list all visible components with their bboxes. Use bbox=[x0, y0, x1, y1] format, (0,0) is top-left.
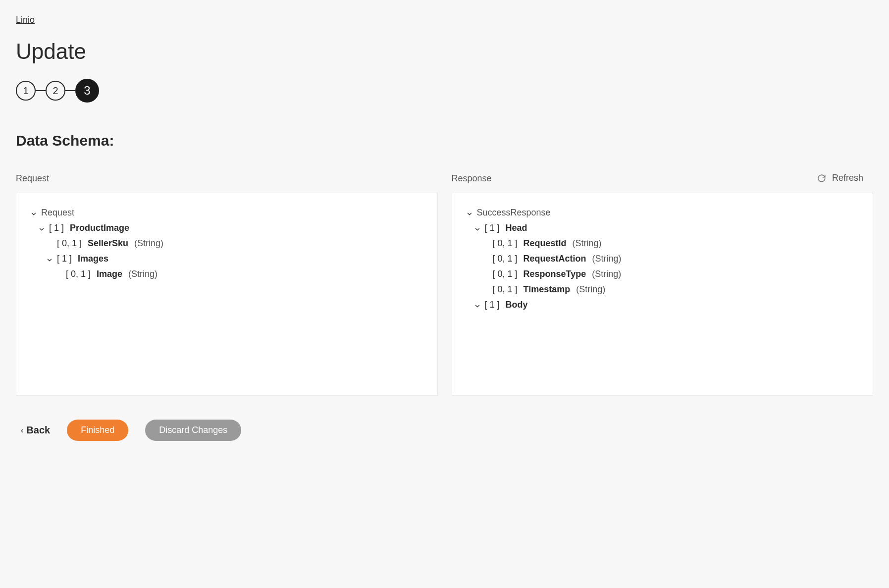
field-name: Head bbox=[506, 223, 527, 233]
tree-node-request-id[interactable]: [ 0, 1 ] RequestId (String) bbox=[466, 236, 859, 251]
field-name: Images bbox=[78, 254, 108, 264]
field-type: (String) bbox=[573, 238, 602, 249]
field-name: Body bbox=[506, 300, 528, 310]
cardinality: [ 1 ] bbox=[485, 300, 500, 310]
field-name: Timestamp bbox=[523, 284, 571, 295]
step-connector bbox=[36, 90, 46, 91]
cardinality: [ 0, 1 ] bbox=[493, 284, 518, 295]
back-button[interactable]: ‹ Back bbox=[21, 425, 50, 436]
request-schema-box: Request [ 1 ] ProductImage [ 0, 1 ] Sell… bbox=[16, 193, 438, 396]
request-column: Request Request [ 1 ] ProductImage [ 0, … bbox=[16, 186, 438, 396]
discard-changes-button[interactable]: Discard Changes bbox=[145, 420, 241, 441]
tree-node-response-type[interactable]: [ 0, 1 ] ResponseType (String) bbox=[466, 267, 859, 282]
chevron-down-icon[interactable] bbox=[30, 210, 37, 216]
tree-node-head[interactable]: [ 1 ] Head bbox=[466, 220, 859, 236]
cardinality: [ 0, 1 ] bbox=[493, 238, 518, 249]
field-name: RequestAction bbox=[523, 254, 586, 264]
step-1[interactable]: 1 bbox=[16, 81, 36, 101]
tree-root-label: Request bbox=[41, 208, 74, 218]
page-title: Update bbox=[16, 39, 873, 64]
tree-node-seller-sku[interactable]: [ 0, 1 ] SellerSku (String) bbox=[30, 236, 423, 251]
tree-node-timestamp[interactable]: [ 0, 1 ] Timestamp (String) bbox=[466, 282, 859, 297]
tree-node-images[interactable]: [ 1 ] Images bbox=[30, 251, 423, 267]
cardinality: [ 1 ] bbox=[57, 254, 72, 264]
field-type: (String) bbox=[128, 269, 157, 279]
response-schema-box: SuccessResponse [ 1 ] Head [ 0, 1 ] Requ… bbox=[452, 193, 874, 396]
tree-node-image[interactable]: [ 0, 1 ] Image (String) bbox=[30, 267, 423, 282]
field-name: ResponseType bbox=[523, 269, 586, 279]
chevron-down-icon[interactable] bbox=[46, 256, 53, 263]
step-3[interactable]: 3 bbox=[75, 79, 99, 103]
cardinality: [ 0, 1 ] bbox=[493, 254, 518, 264]
cardinality: [ 0, 1 ] bbox=[57, 238, 82, 249]
tree-node-product-image[interactable]: [ 1 ] ProductImage bbox=[30, 220, 423, 236]
chevron-down-icon[interactable] bbox=[474, 302, 481, 309]
step-connector bbox=[65, 90, 75, 91]
chevron-left-icon: ‹ bbox=[21, 426, 23, 435]
field-name: Image bbox=[97, 269, 122, 279]
tree-root-label: SuccessResponse bbox=[477, 208, 551, 218]
step-2[interactable]: 2 bbox=[46, 81, 65, 101]
field-type: (String) bbox=[576, 284, 605, 295]
chevron-down-icon[interactable] bbox=[474, 225, 481, 232]
cardinality: [ 1 ] bbox=[485, 223, 500, 233]
section-title: Data Schema: bbox=[16, 132, 873, 149]
tree-root-request[interactable]: Request bbox=[30, 205, 423, 220]
cardinality: [ 0, 1 ] bbox=[493, 269, 518, 279]
cardinality: [ 1 ] bbox=[49, 223, 64, 233]
field-name: RequestId bbox=[523, 238, 567, 249]
field-name: ProductImage bbox=[70, 223, 129, 233]
chevron-down-icon[interactable] bbox=[38, 225, 45, 232]
field-type: (String) bbox=[592, 254, 622, 264]
finished-button[interactable]: Finished bbox=[67, 420, 128, 441]
tree-node-body[interactable]: [ 1 ] Body bbox=[466, 297, 859, 313]
chevron-down-icon[interactable] bbox=[466, 210, 473, 216]
field-type: (String) bbox=[592, 269, 621, 279]
stepper: 1 2 3 bbox=[16, 79, 873, 103]
back-label: Back bbox=[26, 425, 50, 436]
footer-actions: ‹ Back Finished Discard Changes bbox=[16, 420, 873, 441]
tree-root-response[interactable]: SuccessResponse bbox=[466, 205, 859, 220]
response-label: Response bbox=[452, 173, 874, 184]
request-label: Request bbox=[16, 173, 438, 184]
field-type: (String) bbox=[134, 238, 163, 249]
cardinality: [ 0, 1 ] bbox=[66, 269, 91, 279]
response-column: Response SuccessResponse [ 1 ] Head [ 0,… bbox=[452, 186, 874, 396]
field-name: SellerSku bbox=[88, 238, 128, 249]
breadcrumb-link[interactable]: Linio bbox=[16, 15, 35, 25]
tree-node-request-action[interactable]: [ 0, 1 ] RequestAction (String) bbox=[466, 251, 859, 267]
